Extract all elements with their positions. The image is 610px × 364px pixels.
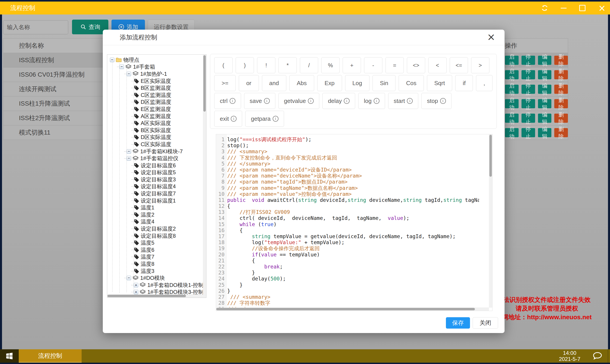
operator-button-[interactable]: / xyxy=(300,57,318,73)
tree-node[interactable]: D区实际温度 xyxy=(107,134,203,141)
operator-button-Exp[interactable]: Exp xyxy=(317,75,342,91)
tree-node[interactable]: 温度6 xyxy=(107,246,203,254)
operator-button-Sin[interactable]: Sin xyxy=(373,75,396,91)
start-button[interactable]: 启动 xyxy=(505,70,519,79)
delete-button[interactable]: 删除 xyxy=(554,99,568,108)
start-button[interactable]: 启动 xyxy=(505,85,519,94)
tree-horizontal-scrollbar[interactable] xyxy=(107,294,203,298)
operator-button-[interactable]: , xyxy=(476,75,492,91)
operator-button-[interactable]: + xyxy=(343,57,361,73)
minimize-icon[interactable] xyxy=(556,1,571,14)
operator-button-and[interactable]: and xyxy=(262,75,286,91)
edit-button[interactable]: 编辑 xyxy=(538,70,552,79)
start-button[interactable]: 启动 xyxy=(505,99,519,108)
delete-button[interactable]: 删除 xyxy=(554,114,568,123)
tree-node[interactable]: A区实际温度 xyxy=(107,120,203,127)
operator-button-save[interactable]: savei xyxy=(244,93,275,109)
tree-node[interactable]: −1#手套箱 xyxy=(107,64,203,71)
script-editor[interactable]: 1log("===iss调试模式程序开始");2stop();3/// <sum… xyxy=(216,134,492,311)
taskbar-clock[interactable]: 14:00 2021-5-7 xyxy=(555,350,584,362)
operator-button-log[interactable]: logi xyxy=(358,93,385,109)
operator-button-Abs[interactable]: Abs xyxy=(289,75,314,91)
operator-button-exit[interactable]: exiti xyxy=(214,111,242,127)
tree-node[interactable]: 设定目标温度6 xyxy=(107,162,203,169)
edit-button[interactable]: 编辑 xyxy=(538,114,552,123)
delete-button[interactable]: 删除 xyxy=(554,56,568,65)
tree-node[interactable]: −1#加热炉-1 xyxy=(107,70,203,78)
operator-button-or[interactable]: or xyxy=(239,75,259,91)
collapse-icon[interactable]: − xyxy=(127,276,131,280)
tree-node[interactable]: 设定目标温度4 xyxy=(107,183,203,190)
operator-button-[interactable]: ! xyxy=(257,57,275,73)
notification-bubble-icon[interactable] xyxy=(592,351,602,361)
tree-node[interactable]: −1#手套箱温控仪 xyxy=(107,155,203,162)
operator-button-[interactable]: < xyxy=(428,57,447,73)
start-button[interactable]: 启动 xyxy=(505,114,519,123)
refresh-icon[interactable] xyxy=(538,1,552,14)
editor-hscroll-thumb[interactable] xyxy=(216,308,475,310)
edit-button[interactable]: 编辑 xyxy=(538,85,552,94)
operator-button-[interactable]: > xyxy=(471,57,489,73)
collapse-icon[interactable]: − xyxy=(127,156,131,161)
start-button[interactable] xyxy=(0,349,19,363)
stop-button[interactable]: 停止 xyxy=(521,99,535,108)
tree-node[interactable]: −1#DO模块 xyxy=(107,274,203,282)
tree-node[interactable]: B区实际温度 xyxy=(107,127,203,134)
close-icon[interactable]: × xyxy=(595,1,609,14)
edit-button[interactable]: 编辑 xyxy=(538,56,552,65)
tree-node[interactable]: 设定目标温度1 xyxy=(107,197,203,204)
tree-node[interactable]: 设定目标温度8 xyxy=(107,232,203,239)
tree-node[interactable]: C区实际温度 xyxy=(107,141,203,148)
operator-button-[interactable]: <= xyxy=(450,57,468,73)
tree-vertical-scrollbar[interactable] xyxy=(203,55,206,298)
tree-node[interactable]: 设定目标温度7 xyxy=(107,190,203,197)
delete-button[interactable]: 删除 xyxy=(554,85,568,94)
expand-icon[interactable]: + xyxy=(134,283,138,287)
tree-node[interactable]: 设定目标温度3 xyxy=(107,176,203,183)
operator-button-Log[interactable]: Log xyxy=(345,75,369,91)
tree-node[interactable]: +1#手套箱DO模块1-控制交 xyxy=(107,282,203,289)
editor-vertical-scrollbar[interactable] xyxy=(489,134,492,308)
tree-node[interactable]: 温度3 xyxy=(107,268,203,275)
operator-button-[interactable]: >= xyxy=(214,75,236,91)
operator-button-start[interactable]: starti xyxy=(388,93,419,109)
edit-button[interactable]: 编辑 xyxy=(538,99,552,108)
operator-button-[interactable]: % xyxy=(321,57,339,73)
tree-node[interactable]: 设定目标温度5 xyxy=(107,169,203,176)
tree-node[interactable]: 温度2 xyxy=(107,211,203,218)
operator-button-[interactable]: = xyxy=(385,57,404,73)
save-button[interactable]: 保存 xyxy=(446,317,470,329)
show-desktop-divider[interactable] xyxy=(608,349,608,363)
delete-button[interactable]: 删除 xyxy=(554,128,568,137)
tree-node[interactable]: 温度5 xyxy=(107,239,203,246)
operator-button-[interactable]: <> xyxy=(407,57,425,73)
stop-button[interactable]: 停止 xyxy=(521,70,535,79)
delete-button[interactable]: 删除 xyxy=(554,70,568,79)
collapse-icon[interactable]: − xyxy=(127,72,131,76)
start-button[interactable]: 启动 xyxy=(505,128,519,137)
collapse-icon[interactable]: − xyxy=(120,65,124,69)
stop-button[interactable]: 停止 xyxy=(521,85,535,94)
operator-button-ctrl[interactable]: ctrli xyxy=(214,93,241,109)
operator-button-Sqrt[interactable]: Sqrt xyxy=(427,75,452,91)
tree-node[interactable]: 温度1 xyxy=(107,204,203,211)
tree-node[interactable]: E区监测温度 xyxy=(107,105,203,113)
tree-node[interactable]: C区监测温度 xyxy=(107,91,203,99)
operator-button-getvalue[interactable]: getvaluei xyxy=(278,93,319,109)
stop-button[interactable]: 停止 xyxy=(521,128,535,137)
collapse-icon[interactable]: − xyxy=(110,58,114,62)
tree-node[interactable]: −1#手套箱KI模块-7 xyxy=(107,148,203,155)
operator-button-[interactable]: ) xyxy=(236,57,254,73)
start-button[interactable]: 启动 xyxy=(505,56,519,65)
tree-node[interactable]: A区监测温度 xyxy=(107,113,203,120)
operator-button-delay[interactable]: delayi xyxy=(322,93,355,109)
dialog-close-icon[interactable]: × xyxy=(485,30,498,45)
operator-button-Cos[interactable]: Cos xyxy=(399,75,424,91)
tree-node[interactable]: 温度7 xyxy=(107,254,203,261)
tree-vscroll-thumb[interactable] xyxy=(203,55,206,112)
tree-node[interactable]: B区监测温度 xyxy=(107,84,203,91)
editor-vscroll-thumb[interactable] xyxy=(489,135,492,177)
search-input[interactable] xyxy=(3,20,68,34)
operator-button-getpara[interactable]: getparai xyxy=(245,111,284,127)
tree-node[interactable]: 设定目标温度2 xyxy=(107,225,203,232)
